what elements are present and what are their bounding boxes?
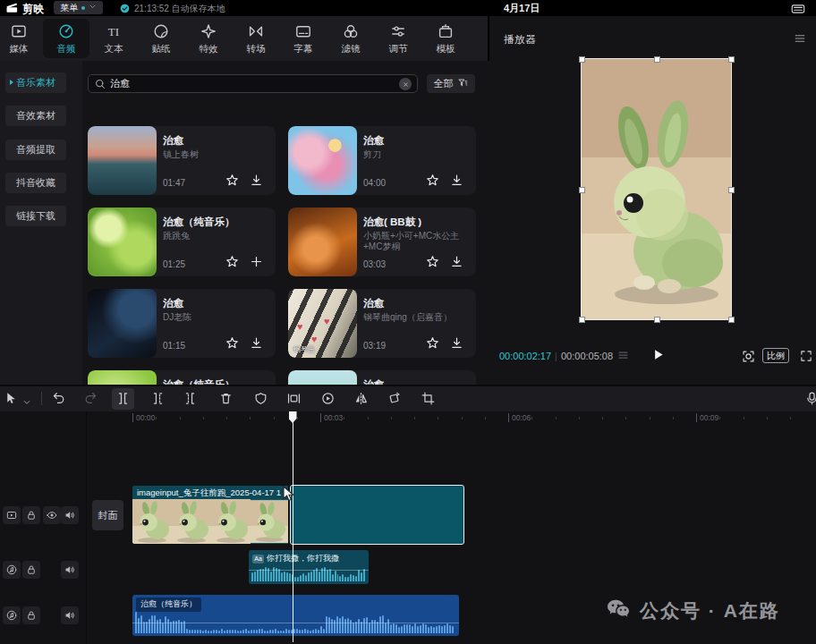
tab-filters[interactable]: 滤镜 — [327, 19, 374, 58]
ruler-tick — [368, 417, 369, 419]
ruler-tick — [650, 417, 650, 419]
download-icon[interactable] — [449, 254, 464, 269]
tool-split-left[interactable] — [150, 391, 166, 410]
play-button[interactable] — [650, 347, 666, 366]
tab-adjust[interactable]: 调节 — [375, 19, 421, 58]
volume-line[interactable] — [249, 570, 369, 571]
track-tts-audio-lock-button[interactable] — [22, 561, 40, 579]
mirror-icon — [353, 391, 369, 406]
sidebar-item-link-download[interactable]: 链接下载 — [5, 206, 66, 226]
resize-handle[interactable] — [729, 318, 734, 322]
track-video-video-track-button[interactable] — [3, 506, 21, 524]
star-icon[interactable] — [225, 173, 240, 188]
tool-chevron-down[interactable] — [22, 394, 31, 411]
star-icon[interactable] — [225, 254, 240, 269]
tool-crop[interactable] — [421, 391, 436, 410]
sidebar-item-douyin-favorites[interactable]: 抖音收藏 — [5, 173, 66, 193]
music-card[interactable]: ♥♥♥钢琴曲治愈钢琴曲qing（启嘉音）03:19 — [288, 289, 476, 358]
music-title: 治愈 — [363, 297, 384, 310]
tool-split[interactable] — [115, 391, 131, 410]
resize-handle[interactable] — [580, 188, 584, 192]
filter-all-button[interactable]: 全部 — [427, 74, 475, 93]
tool-rotate[interactable] — [387, 391, 402, 410]
tool-undo[interactable] — [51, 391, 66, 410]
track-video-speaker-button[interactable] — [61, 506, 79, 524]
download-icon[interactable] — [449, 335, 464, 351]
star-icon[interactable] — [425, 335, 440, 351]
track-music-audio-speaker-button[interactable] — [61, 606, 79, 624]
preview-canvas[interactable] — [582, 59, 731, 319]
tool-mask[interactable] — [253, 391, 268, 410]
clear-search-button[interactable] — [399, 78, 412, 90]
timeline-ruler[interactable]: 00:0000:0300:0600:09 — [0, 411, 816, 426]
track-video-lock-button[interactable] — [22, 506, 40, 524]
track-tts-audio-music-note-button[interactable] — [3, 561, 21, 579]
music-duration: 03:03 — [363, 259, 386, 269]
tool-mic[interactable] — [804, 391, 816, 410]
resize-handle[interactable] — [580, 318, 584, 322]
tab-templates[interactable]: 模板 — [422, 19, 469, 58]
music-thumbnail — [88, 370, 157, 385]
tool-split-right[interactable] — [183, 391, 198, 410]
video-clip-selected[interactable] — [291, 486, 463, 544]
cover-button[interactable]: 封面 — [92, 500, 123, 530]
track-music-audio-music-note-button[interactable] — [3, 606, 21, 624]
sidebar-item-music-assets[interactable]: 音乐素材 — [5, 72, 66, 93]
star-icon[interactable] — [225, 335, 240, 351]
track-music-audio-lock-button[interactable] — [22, 606, 40, 624]
music-thumbnail: ♥♥♥钢琴曲 — [288, 289, 357, 358]
tool-redo[interactable] — [83, 391, 98, 410]
download-icon[interactable] — [449, 173, 464, 188]
track-tts-audio-speaker-button[interactable] — [61, 561, 79, 579]
sidebar-item-sound-effects[interactable]: 音效素材 — [5, 106, 66, 126]
tool-delete[interactable] — [218, 391, 234, 410]
sidebar-item-audio-extract[interactable]: 音频提取 — [5, 140, 66, 160]
tab-transition[interactable]: 转场 — [233, 19, 279, 58]
search-bar[interactable] — [88, 74, 418, 93]
resize-handle[interactable] — [655, 318, 659, 322]
tab-label: 模板 — [437, 43, 455, 55]
volume-line[interactable] — [132, 623, 459, 623]
music-card[interactable]: 治愈DJ老陈01:15 — [88, 289, 276, 358]
tool-mirror[interactable] — [353, 391, 369, 410]
bars-icon — [616, 349, 630, 362]
music-card[interactable]: 治愈镇上春树01:47 — [88, 126, 276, 195]
fullscreen-button[interactable] — [799, 349, 813, 367]
tab-effects[interactable]: 特效 — [185, 19, 232, 58]
playhead-line[interactable] — [293, 411, 294, 642]
tab-sticker[interactable]: 贴纸 — [138, 19, 184, 58]
music-audio-clip[interactable]: 治愈（纯音乐） — [132, 595, 459, 636]
tool-select[interactable] — [3, 391, 18, 410]
music-card[interactable]: 治愈剪刀04:00 — [288, 126, 476, 195]
tab-media[interactable]: 媒体 — [0, 19, 42, 58]
music-title: 治愈 — [163, 134, 183, 148]
tool-overlay[interactable] — [286, 391, 302, 410]
music-card[interactable]: 治愈 — [288, 370, 476, 385]
download-icon[interactable] — [249, 173, 264, 188]
app-window: 剪映 菜单 21:13:52 自动保存本地 4月17日 媒体音频TI文本贴纸特效… — [0, 0, 816, 644]
download-icon[interactable] — [249, 335, 264, 351]
resize-handle[interactable] — [655, 57, 659, 62]
track-video-eye-button[interactable] — [43, 506, 61, 524]
tab-captions[interactable]: 字幕 — [280, 19, 327, 58]
tab-text[interactable]: TI文本 — [90, 19, 137, 58]
star-icon[interactable] — [425, 254, 440, 269]
star-icon[interactable] — [425, 173, 440, 188]
tool-speed[interactable] — [320, 391, 336, 410]
quality-bars-button[interactable] — [616, 349, 630, 366]
music-card[interactable]: 治愈( BB鼓 )小奶瓶+小可+MC水公主+MC梦桐03:03 — [288, 208, 476, 276]
music-card[interactable]: 治愈（纯音乐）跳跳兔01:25 — [88, 208, 276, 276]
menu-button[interactable]: 菜单 — [54, 1, 103, 14]
search-input[interactable] — [110, 75, 378, 92]
tab-audio[interactable]: 音频 — [43, 19, 89, 58]
plus-icon[interactable] — [249, 254, 264, 269]
ratio-button[interactable]: 比例 — [762, 348, 789, 363]
player-menu-button[interactable] — [793, 31, 807, 49]
music-card[interactable]: 治愈（纯音乐） — [88, 370, 276, 385]
resize-handle[interactable] — [729, 57, 734, 62]
resize-handle[interactable] — [729, 188, 734, 192]
resize-handle[interactable] — [580, 57, 584, 62]
video-clip[interactable]: imageinput_兔子往前跑_2025-04-17 1 — [132, 486, 288, 544]
preview-quality-button[interactable] — [741, 349, 756, 368]
tts-audio-clip[interactable]: Aa 你打我撒，你打我撒 — [249, 550, 369, 584]
